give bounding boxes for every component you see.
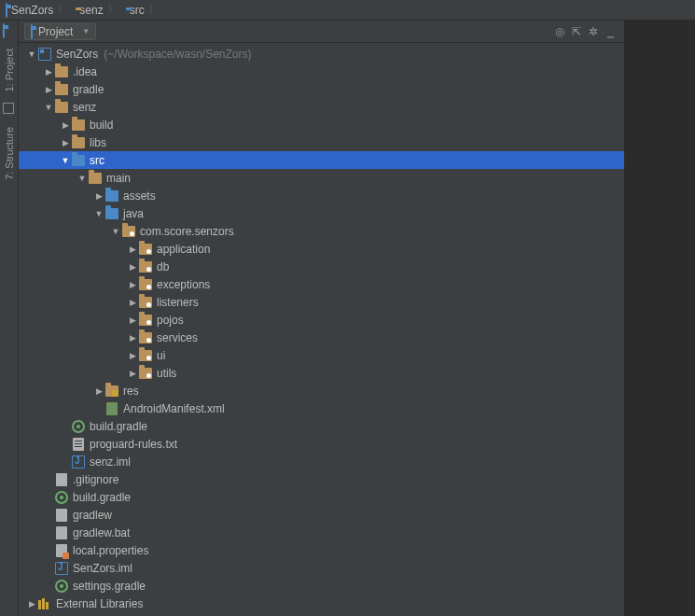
chevron-right-icon[interactable]: ▶ [43, 67, 54, 77]
tree-row[interactable]: local.properties [19, 541, 624, 559]
tree-row[interactable]: ▶db [19, 258, 624, 275]
tree-row[interactable]: gradlew.bat [19, 524, 624, 541]
tree-row[interactable]: build.gradle [19, 417, 624, 435]
editor-area [625, 21, 695, 616]
tree-label: local.properties [73, 544, 148, 557]
file-icon [54, 472, 69, 487]
breadcrumb-item[interactable]: senz〉 [74, 1, 123, 20]
project-gutter-icon[interactable] [3, 24, 16, 37]
tree-label: services [157, 331, 198, 344]
chevron-right-icon[interactable]: ▶ [60, 138, 71, 147]
folder-pkg-icon [138, 313, 153, 328]
tree-label: exceptions [157, 278, 210, 291]
chevron-right-icon[interactable]: ▶ [127, 369, 138, 378]
folder-icon [54, 100, 69, 115]
gutter-tab[interactable]: 1: Project [4, 45, 15, 95]
chevron-right-icon[interactable]: ▶ [127, 351, 138, 360]
chevron-right-icon[interactable]: ▶ [93, 386, 104, 396]
chevron-right-icon[interactable]: ▶ [127, 262, 138, 272]
tree-row[interactable]: ▶application [19, 240, 624, 258]
chevron-down-icon[interactable]: ▼ [43, 103, 54, 112]
folder-pkg-icon [138, 348, 153, 363]
tree-row[interactable]: ▶gradle [19, 80, 624, 98]
tree-row[interactable]: ▶services [19, 329, 624, 346]
tree-label: db [157, 260, 169, 273]
tree-label: SenZors [56, 48, 98, 61]
breadcrumb-item[interactable]: SenZors〉 [4, 1, 74, 20]
chevron-down-icon[interactable]: ▼ [93, 209, 104, 218]
tree-row[interactable]: build.gradle [19, 488, 624, 506]
tree-row[interactable]: ▶pojos [19, 311, 624, 329]
file-prop-icon [54, 543, 69, 558]
tree-label: src [90, 154, 104, 167]
folder-icon [54, 64, 69, 79]
collapse-all-icon[interactable]: ⇱ [568, 23, 585, 40]
project-tree[interactable]: ▼SenZors(~/Workspace/wasn/SenZors)▶.idea… [19, 43, 624, 616]
panel-title: Project [38, 25, 73, 38]
folder-res-icon [104, 384, 119, 399]
tree-row[interactable]: ▶exceptions [19, 275, 624, 293]
tree-row[interactable]: ▼SenZors(~/Workspace/wasn/SenZors) [19, 45, 624, 63]
tree-row[interactable]: ▶res [19, 382, 624, 399]
tree-label: com.score.senzors [140, 225, 234, 238]
tree-row[interactable]: ▼main [19, 169, 624, 187]
chevron-right-icon[interactable]: ▶ [127, 315, 138, 325]
chevron-down-icon[interactable]: ▼ [60, 156, 71, 165]
file-txt-icon [71, 437, 86, 452]
folder-pkg-icon [138, 277, 153, 292]
target-icon[interactable]: ◎ [551, 23, 568, 40]
tree-path-hint: (~/Workspace/wasn/SenZors) [104, 48, 251, 61]
folder-src-icon [104, 206, 119, 221]
tree-label: listeners [157, 296, 199, 309]
tree-row[interactable]: ▶utils [19, 364, 624, 382]
tree-row[interactable]: senz.iml [19, 453, 624, 470]
gutter-tab[interactable]: 7: Structure [4, 123, 15, 184]
chevron-right-icon[interactable]: ▶ [127, 280, 138, 289]
tree-row[interactable]: settings.gradle [19, 577, 624, 595]
chevron-right-icon[interactable]: ▶ [43, 85, 54, 94]
libs-icon [37, 596, 52, 611]
tree-row[interactable]: ▶ui [19, 346, 624, 364]
folder-icon [71, 118, 86, 133]
tree-row[interactable]: AndroidManifest.xml [19, 399, 624, 417]
chevron-right-icon[interactable]: ▶ [26, 599, 37, 609]
folder-src-icon [71, 153, 86, 168]
tree-row[interactable]: ▶libs [19, 133, 624, 151]
tree-row[interactable]: ▼com.score.senzors [19, 222, 624, 240]
tree-row[interactable]: ▶.idea [19, 63, 624, 80]
tree-row[interactable]: ▼senz [19, 98, 624, 116]
settings-icon[interactable]: ✲ [585, 23, 602, 40]
folder-pkg-icon [138, 295, 153, 310]
tree-label: res [123, 385, 139, 398]
chevron-right-icon[interactable]: ▶ [127, 245, 138, 254]
chevron-down-icon[interactable]: ▼ [110, 227, 121, 236]
chevron-down-icon[interactable]: ▼ [76, 174, 88, 183]
hide-icon[interactable]: ⎯ [602, 23, 619, 40]
project-view-selector[interactable]: Project ▼ [24, 23, 96, 40]
folder-icon [54, 82, 69, 97]
tree-row[interactable]: ▶assets [19, 187, 624, 204]
tree-row[interactable]: ▶build [19, 116, 624, 133]
tree-label: gradlew.bat [73, 526, 130, 539]
structure-gutter-icon[interactable] [3, 103, 16, 116]
tree-label: senz [73, 101, 96, 114]
tree-row[interactable]: proguard-rules.txt [19, 435, 624, 453]
chevron-right-icon[interactable]: ▶ [127, 333, 138, 343]
tree-row[interactable]: SenZors.iml [19, 559, 624, 577]
tree-row[interactable]: ▼java [19, 204, 624, 222]
folder-icon [88, 171, 103, 186]
tree-row[interactable]: ▼src [19, 151, 624, 169]
chevron-right-icon[interactable]: ▶ [60, 120, 71, 130]
chevron-down-icon[interactable]: ▼ [26, 49, 37, 59]
project-panel: Project ▼ ◎ ⇱ ✲ ⎯ ▼SenZors(~/Workspace/w… [19, 21, 625, 616]
tree-label: main [106, 172, 131, 185]
tree-row[interactable]: gradlew [19, 506, 624, 524]
tree-row[interactable]: ▶listeners [19, 293, 624, 311]
chevron-right-icon[interactable]: ▶ [93, 191, 104, 201]
tree-row[interactable]: .gitignore [19, 470, 624, 488]
file-icon [54, 508, 69, 523]
breadcrumb-item[interactable]: src〉 [124, 1, 165, 20]
chevron-right-icon[interactable]: ▶ [127, 298, 138, 307]
folder-src-icon [104, 189, 119, 203]
tree-row[interactable]: ▶External Libraries [19, 595, 624, 612]
